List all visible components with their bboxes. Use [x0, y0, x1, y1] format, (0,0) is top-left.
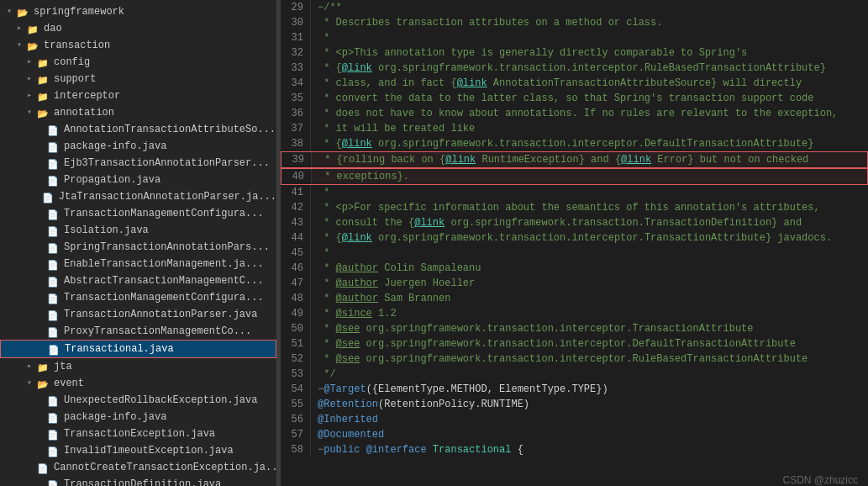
code-line-32: 32 * <p>This annotation type is generall…: [281, 45, 868, 61]
file-icon-4: [47, 174, 60, 186]
line-content-29: −/**: [311, 0, 868, 15]
label-file-5: JtaTransactionAnnotationParser.ja...: [59, 189, 276, 204]
code-line-36: 36 * does not have to know about annotat…: [281, 106, 868, 121]
line-number-32: 32: [281, 45, 311, 61]
code-line-54: 54 −@Target({ElementType.METHOD, Element…: [281, 382, 868, 397]
tree-item-file-15[interactable]: package-info.java: [0, 409, 276, 425]
code-editor[interactable]: 29 −/** 30 * Describes transaction attri…: [281, 0, 868, 486]
line-number-40: 40: [281, 169, 312, 184]
arrow-jta: [27, 359, 37, 374]
line-content-49: * @since 1.2: [311, 306, 868, 321]
line-number-55: 55: [281, 397, 311, 412]
file-tree[interactable]: springframework dao transaction config s…: [0, 0, 277, 486]
tree-item-file-10[interactable]: AbstractTransactionManagementC...: [0, 272, 276, 289]
code-line-53: 53 */: [281, 367, 868, 382]
line-content-41: *: [311, 185, 868, 200]
line-content-48: * @author Sam Brannen: [311, 291, 868, 306]
arrow-springframework: [7, 4, 17, 19]
tree-item-file-9[interactable]: EnableTransactionManagement.ja...: [0, 256, 276, 272]
tree-item-file-5[interactable]: JtaTransactionAnnotationParser.ja...: [0, 188, 276, 205]
tree-item-event[interactable]: event: [0, 375, 276, 392]
label-support: support: [54, 71, 96, 87]
code-line-43: 43 * consult the {@link org.springframew…: [281, 215, 868, 230]
label-dao: dao: [44, 21, 62, 36]
tree-item-file-6[interactable]: TransactionManagementConfigura...: [0, 205, 276, 222]
label-file-18: CannotCreateTransactionException.ja...: [54, 460, 277, 475]
tree-item-file-8[interactable]: SpringTransactionAnnotationPars...: [0, 239, 276, 256]
line-content-46: * @author Colin Sampaleanu: [311, 261, 868, 276]
code-line-30: 30 * Describes transaction attributes on…: [281, 15, 868, 30]
line-number-37: 37: [281, 121, 311, 136]
label-annotation: annotation: [54, 105, 114, 120]
tree-item-file-17[interactable]: InvalidTimeoutException.java: [0, 442, 276, 459]
folder-icon-config: [37, 56, 50, 68]
line-content-47: * @author Juergen Hoeller: [311, 276, 868, 291]
arrow-transaction: [17, 38, 27, 53]
line-number-31: 31: [281, 30, 311, 45]
tree-item-file-13[interactable]: ProxyTransactionManagementCo...: [0, 323, 276, 340]
file-icon-12: [47, 309, 60, 320]
label-file-19: TransactionDefinition.java: [64, 477, 221, 486]
line-content-36: * does not have to know about annotation…: [311, 106, 868, 121]
tree-item-file-7[interactable]: Isolation.java: [0, 222, 276, 239]
tree-item-file-14[interactable]: UnexpectedRollbackException.java: [0, 392, 276, 409]
file-icon-19: [47, 478, 60, 486]
line-number-45: 45: [281, 246, 311, 261]
label-file-3: Ejb3TransactionAnnotationParser...: [64, 156, 270, 171]
line-content-35: * convert the data to the latter class, …: [311, 91, 868, 106]
tree-item-file-1[interactable]: AnnotationTransactionAttributeSo...: [0, 121, 276, 138]
tree-item-config[interactable]: config: [0, 54, 276, 71]
code-line-55: 55 @Retention(RetentionPolicy.RUNTIME): [281, 397, 868, 412]
line-number-44: 44: [281, 230, 311, 246]
tree-item-file-11[interactable]: TransactionManagementConfigura...: [0, 289, 276, 306]
label-springframework: springframework: [34, 4, 124, 19]
code-line-46: 46 * @author Colin Sampaleanu: [281, 261, 868, 276]
tree-item-file-12[interactable]: TransactionAnnotationParser.java: [0, 306, 276, 323]
file-icon-7: [47, 225, 60, 236]
tree-item-jta[interactable]: jta: [0, 358, 276, 375]
label-file-2: package-info.java: [64, 139, 166, 154]
code-line-42: 42 * <p>For specific information about t…: [281, 200, 868, 215]
code-line-58: 58 −public @interface Transactional {: [281, 442, 868, 457]
tree-item-file-3[interactable]: Ejb3TransactionAnnotationParser...: [0, 155, 276, 172]
label-file-9: EnableTransactionManagement.ja...: [64, 256, 264, 272]
line-content-57: @Documented: [311, 427, 868, 442]
tree-item-file-18[interactable]: CannotCreateTransactionException.ja...: [0, 459, 276, 476]
arrow-config: [27, 55, 37, 70]
line-content-44: * {@link org.springframework.transaction…: [311, 230, 868, 246]
code-line-56: 56 @Inherited: [281, 412, 868, 427]
code-line-37: 37 * it will be treated like: [281, 121, 868, 136]
line-content-42: * <p>For specific information about the …: [311, 200, 868, 215]
code-line-52: 52 * @see org.springframework.transactio…: [281, 351, 868, 367]
line-content-53: */: [311, 367, 868, 382]
label-file-17: InvalidTimeoutException.java: [64, 443, 234, 458]
tree-item-transactional[interactable]: Transactional.java: [0, 340, 276, 358]
tree-item-support[interactable]: support: [0, 71, 276, 87]
tree-item-file-16[interactable]: TransactionException.java: [0, 425, 276, 442]
code-line-40: 40 * exceptions}.: [281, 168, 868, 185]
file-icon-transactional: [48, 343, 61, 355]
tree-item-file-19[interactable]: TransactionDefinition.java: [0, 476, 276, 486]
code-line-41: 41 *: [281, 185, 868, 200]
line-number-52: 52: [281, 351, 311, 367]
line-content-54: −@Target({ElementType.METHOD, ElementTyp…: [311, 382, 868, 397]
tree-item-transaction[interactable]: transaction: [0, 37, 276, 54]
folder-icon-springframework: [17, 6, 30, 18]
code-line-39: 39 * {rolling back on {@link RuntimeExce…: [281, 151, 868, 168]
tree-item-file-4[interactable]: Propagation.java: [0, 172, 276, 188]
folder-icon-support: [37, 73, 50, 85]
code-line-48: 48 * @author Sam Brannen: [281, 291, 868, 306]
folder-icon-event: [37, 378, 50, 389]
line-number-35: 35: [281, 91, 311, 106]
line-number-46: 46: [281, 261, 311, 276]
line-content-43: * consult the {@link org.springframework…: [311, 215, 868, 230]
tree-item-annotation[interactable]: annotation: [0, 104, 276, 121]
file-icon-10: [47, 275, 60, 287]
tree-item-file-2[interactable]: package-info.java: [0, 138, 276, 155]
line-content-55: @Retention(RetentionPolicy.RUNTIME): [311, 397, 868, 412]
code-line-38: 38 * {@link org.springframework.transact…: [281, 136, 868, 151]
label-file-14: UnexpectedRollbackException.java: [64, 393, 257, 408]
tree-item-springframework[interactable]: springframework: [0, 3, 276, 20]
tree-item-dao[interactable]: dao: [0, 20, 276, 37]
tree-item-interceptor[interactable]: interceptor: [0, 87, 276, 104]
